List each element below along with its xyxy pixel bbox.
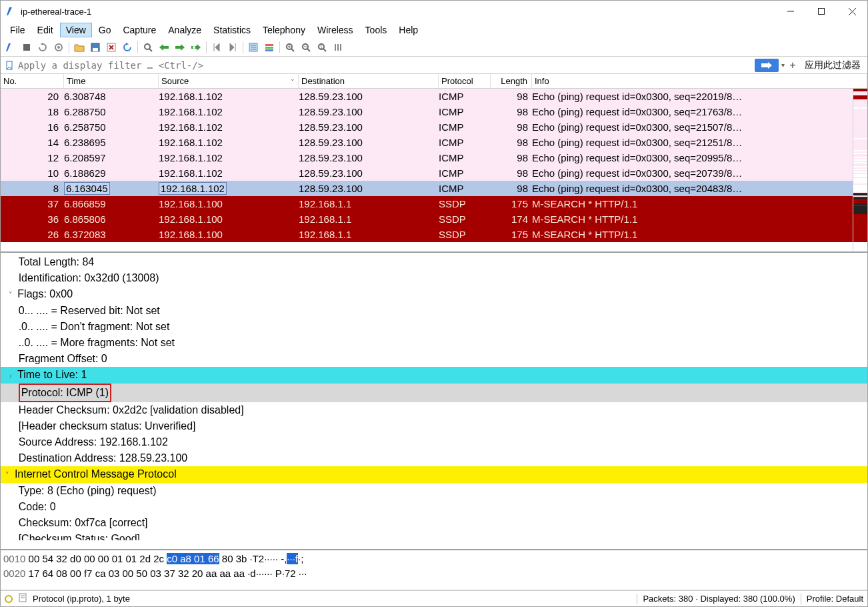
hex-row[interactable]: 0020 17 64 08 00 f7 ca 03 00 50 03 37 32…: [3, 566, 865, 581]
menu-bar: FileEditViewGoCaptureAnalyzeStatisticsTe…: [1, 22, 867, 38]
open-file-button[interactable]: [72, 40, 87, 55]
display-filter-bar: ▾ + 应用此过滤器: [1, 57, 867, 74]
menu-go[interactable]: Go: [93, 23, 117, 37]
menu-wireless[interactable]: Wireless: [312, 23, 359, 37]
menu-file[interactable]: File: [5, 23, 31, 37]
packet-row[interactable]: 376.866859192.168.1.100192.168.1.1SSDP17…: [1, 196, 867, 211]
zoom-out-button[interactable]: [299, 40, 313, 55]
window-titlebar: ip-ethereal-trace-1: [1, 1, 867, 22]
packet-row[interactable]: 206.308748192.168.1.102128.59.23.100ICMP…: [1, 89, 867, 104]
colorize-button[interactable]: [262, 40, 277, 55]
col-header-time[interactable]: Time: [64, 74, 159, 88]
menu-telephony[interactable]: Telephony: [257, 23, 311, 37]
detail-line[interactable]: Type: 8 (Echo (ping) request): [1, 483, 867, 499]
detail-line[interactable]: Header Checksum: 0x2d2c [validation disa…: [1, 402, 867, 418]
detail-line[interactable]: Fragment Offset: 0: [1, 351, 867, 367]
packet-details-pane[interactable]: Total Length: 84 Identification: 0x32d0 …: [1, 253, 867, 550]
col-header-info[interactable]: Info: [532, 74, 867, 88]
packet-list-header[interactable]: No. Time Source⌄ Destination Protocol Le…: [1, 74, 867, 89]
maximize-button[interactable]: [806, 1, 837, 22]
detail-line[interactable]: Total Length: 84: [1, 254, 867, 270]
menu-tools[interactable]: Tools: [360, 23, 393, 37]
reload-button[interactable]: [120, 40, 135, 55]
col-header-source[interactable]: Source⌄: [159, 74, 299, 88]
svg-rect-19: [265, 44, 273, 46]
go-back-button[interactable]: [157, 40, 171, 55]
go-last-button[interactable]: [225, 40, 240, 55]
zoom-reset-button[interactable]: 1: [315, 40, 329, 55]
app-icon: [6, 6, 17, 17]
go-to-packet-button[interactable]: [189, 40, 203, 55]
stop-capture-button[interactable]: [19, 40, 34, 55]
bookmark-filter-icon[interactable]: [3, 59, 15, 71]
detail-line[interactable]: .0.. .... = Don't fragment: Not set: [1, 319, 867, 335]
packet-row[interactable]: 126.208597192.168.1.102128.59.23.100ICMP…: [1, 150, 867, 165]
detail-line[interactable]: Identification: 0x32d0 (13008): [1, 270, 867, 286]
hex-row[interactable]: 0010 00 54 32 d0 00 00 01 01 2d 2c c0 a8…: [3, 552, 865, 566]
svg-rect-8: [93, 48, 98, 51]
capture-file-properties-icon[interactable]: [18, 593, 27, 604]
packet-row[interactable]: 86.163045192.168.1.102128.59.23.100ICMP9…: [1, 181, 867, 196]
svg-point-6: [57, 46, 60, 49]
expert-info-icon[interactable]: [5, 595, 13, 603]
start-capture-button[interactable]: [3, 40, 18, 55]
display-filter-input[interactable]: [18, 60, 752, 71]
close-file-button[interactable]: [104, 40, 119, 55]
packet-row[interactable]: 366.865806192.168.1.100192.168.1.1SSDP17…: [1, 211, 867, 227]
find-packet-button[interactable]: [141, 40, 155, 55]
detail-line[interactable]: ˅ Flags: 0x00: [1, 286, 867, 303]
save-file-button[interactable]: [88, 40, 103, 55]
capture-options-button[interactable]: [51, 40, 66, 55]
detail-line[interactable]: Protocol: ICMP (1): [1, 384, 867, 402]
minimize-button[interactable]: [775, 1, 806, 22]
close-button[interactable]: [837, 1, 867, 22]
zoom-in-button[interactable]: [283, 40, 297, 55]
apply-filter-label[interactable]: 应用此过滤器: [801, 59, 865, 71]
detail-line[interactable]: ..0. .... = More fragments: Not set: [1, 335, 867, 351]
main-toolbar: 1: [1, 38, 867, 57]
packet-list-body[interactable]: 206.308748192.168.1.102128.59.23.100ICMP…: [1, 89, 867, 251]
detail-line[interactable]: Destination Address: 128.59.23.100: [1, 450, 867, 466]
add-filter-button[interactable]: +: [787, 59, 798, 71]
packet-row[interactable]: 146.238695192.168.1.102128.59.23.100ICMP…: [1, 135, 867, 150]
auto-scroll-button[interactable]: [246, 40, 261, 55]
filter-dropdown-icon[interactable]: ▾: [781, 61, 785, 69]
packet-minimap[interactable]: [853, 89, 867, 251]
packet-row[interactable]: 106.188629192.168.1.102128.59.23.100ICMP…: [1, 165, 867, 181]
detail-line[interactable]: Source Address: 192.168.1.102: [1, 434, 867, 450]
svg-point-14: [193, 46, 195, 49]
col-header-protocol[interactable]: Protocol: [439, 74, 491, 88]
resize-columns-button[interactable]: [331, 40, 345, 55]
packet-row[interactable]: 266.372083192.168.1.100192.168.1.1SSDP17…: [1, 227, 867, 242]
status-bar: Protocol (ip.proto), 1 byte Packets: 380…: [1, 590, 867, 606]
packet-row[interactable]: 186.288750192.168.1.102128.59.23.100ICMP…: [1, 104, 867, 119]
menu-statistics[interactable]: Statistics: [208, 23, 256, 37]
menu-edit[interactable]: Edit: [32, 23, 59, 37]
filter-expression-button[interactable]: [755, 59, 779, 72]
col-header-no[interactable]: No.: [1, 74, 64, 88]
detail-line[interactable]: ˅ Internet Control Message Protocol: [1, 466, 867, 483]
status-profile[interactable]: Profile: Default: [807, 594, 863, 604]
menu-view[interactable]: View: [60, 23, 92, 37]
window-title: ip-ethereal-trace-1: [21, 7, 91, 17]
col-header-length[interactable]: Length: [491, 74, 532, 88]
restart-capture-button[interactable]: [35, 40, 50, 55]
detail-line[interactable]: 0... .... = Reserved bit: Not set: [1, 303, 867, 319]
menu-help[interactable]: Help: [393, 23, 423, 37]
menu-analyze[interactable]: Analyze: [163, 23, 207, 37]
detail-line[interactable]: Checksum: 0xf7ca [correct]: [1, 515, 867, 531]
col-header-destination[interactable]: Destination: [299, 74, 439, 88]
go-forward-button[interactable]: [173, 40, 187, 55]
packet-row[interactable]: 166.258750192.168.1.102128.59.23.100ICMP…: [1, 119, 867, 135]
detail-line[interactable]: [Checksum Status: Good]: [1, 531, 867, 540]
packet-bytes-pane[interactable]: 0010 00 54 32 d0 00 00 01 01 2d 2c c0 a8…: [1, 550, 867, 590]
svg-rect-1: [819, 9, 825, 15]
menu-capture[interactable]: Capture: [117, 23, 161, 37]
detail-line[interactable]: › Time to Live: 1: [1, 367, 867, 384]
svg-rect-21: [265, 49, 273, 51]
svg-line-23: [291, 49, 294, 51]
detail-line[interactable]: [Header checksum status: Unverified]: [1, 418, 867, 434]
go-first-button[interactable]: [209, 40, 224, 55]
svg-line-30: [323, 49, 326, 51]
detail-line[interactable]: Code: 0: [1, 499, 867, 515]
